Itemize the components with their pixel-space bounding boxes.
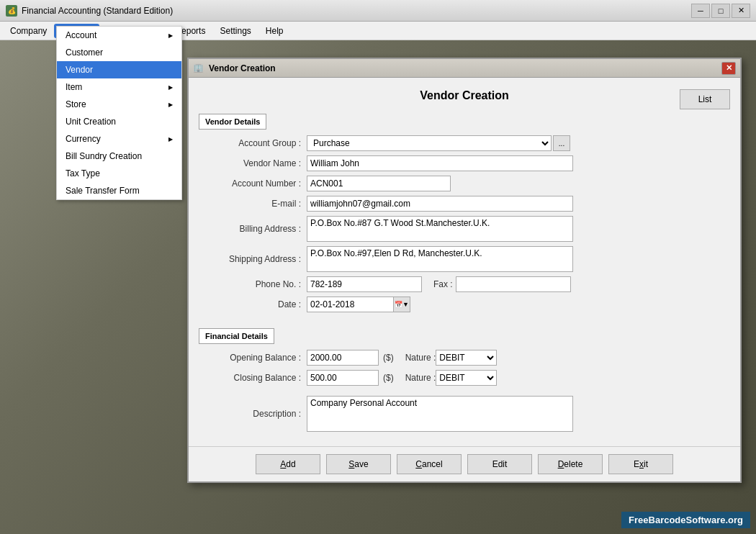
closing-nature-select[interactable]: DEBIT CREDIT [436, 370, 497, 386]
phone-fax-row: Phone No. : Fax : [199, 276, 730, 292]
menu-vendor[interactable]: Vendor [57, 61, 181, 78]
dialog-content: Vendor Creation List Vendor Details Acco… [189, 78, 740, 446]
closing-balance-row: Closing Balance : ($) Nature : DEBIT CRE… [199, 370, 730, 386]
watermark: FreeBarcodeSoftware.org [621, 512, 750, 528]
account-group-browse[interactable]: ... [553, 135, 570, 151]
arrow-icon-store: ▶ [168, 101, 173, 108]
closing-balance-label: Closing Balance : [206, 373, 307, 383]
vendor-name-input[interactable] [307, 155, 573, 171]
financial-details-label: Financial Details [199, 328, 274, 344]
account-group-container: Purchase ... [307, 135, 570, 151]
menu-settings[interactable]: Settings [212, 24, 258, 38]
maximize-button[interactable]: □ [711, 4, 730, 18]
menu-currency[interactable]: Currency ▶ [57, 130, 181, 148]
phone-label: Phone No. : [206, 279, 307, 289]
list-button[interactable]: List [680, 89, 730, 109]
date-input[interactable] [307, 297, 393, 312]
email-label: E-mail : [206, 199, 307, 209]
masters-dropdown: Account ▶ Customer Vendor Item ▶ Store ▶… [56, 26, 182, 200]
menu-store[interactable]: Store ▶ [57, 96, 181, 113]
account-number-row: Account Number : [199, 176, 730, 191]
arrow-icon-item: ▶ [168, 84, 173, 91]
description-input[interactable]: Company Personal Account [307, 396, 573, 432]
opening-currency: ($) [383, 353, 394, 363]
menu-sale-transfer[interactable]: Sale Transfer Form [57, 182, 181, 199]
date-row: Date : 📅▼ [199, 297, 730, 312]
save-button[interactable]: Save [326, 454, 391, 474]
account-group-label: Account Group : [206, 138, 307, 148]
opening-balance-label: Opening Balance : [206, 353, 307, 363]
dialog-title: Vendor Creation [209, 63, 721, 73]
email-input[interactable] [307, 196, 573, 212]
vendor-name-row: Vendor Name : [199, 155, 730, 171]
vendor-details-label: Vendor Details [199, 114, 266, 130]
menu-tax-type[interactable]: Tax Type [57, 165, 181, 182]
billing-address-row: Billing Address : P.O.Box No.#87 G.T Woo… [199, 216, 730, 242]
exit-button[interactable]: Exit [608, 454, 673, 474]
closing-nature-label: Nature : [405, 373, 436, 383]
opening-nature-label: Nature : [405, 353, 436, 363]
menu-company[interactable]: Company [3, 24, 54, 38]
description-row: Description : Company Personal Account [199, 396, 730, 432]
closing-balance-input[interactable] [307, 370, 379, 386]
menu-unit-creation[interactable]: Unit Creation [57, 113, 181, 130]
closing-currency: ($) [383, 373, 394, 383]
dialog-close-button[interactable]: ✕ [721, 62, 736, 75]
shipping-address-input[interactable]: P.O.Box No.#97,Elen D Rd, Manchester.U.K… [307, 246, 573, 272]
opening-balance-input[interactable] [307, 350, 379, 366]
menu-help[interactable]: Help [258, 24, 291, 38]
financial-details-section: Financial Details Opening Balance : ($) … [199, 325, 730, 439]
menu-account[interactable]: Account ▶ [57, 27, 181, 44]
arrow-icon: ▶ [168, 32, 173, 39]
description-label: Description : [206, 409, 307, 419]
dialog-icon: 🏢 [193, 63, 204, 74]
app-title: Financial Accounting (Standard Edition) [22, 6, 691, 16]
date-container: 📅▼ [307, 297, 410, 312]
balance-separator [199, 390, 730, 396]
fax-label: Fax : [433, 279, 453, 289]
dialog-footer: Add Save Cancel Edit Delete Exit [189, 446, 740, 481]
shipping-address-row: Shipping Address : P.O.Box No.#97,Elen D… [199, 246, 730, 272]
billing-address-input[interactable]: P.O.Box No.#87 G.T Wood St.Manchester.U.… [307, 216, 573, 242]
fax-input[interactable] [456, 276, 571, 292]
add-button[interactable]: Add [256, 454, 320, 474]
edit-button[interactable]: Edit [467, 454, 532, 474]
title-bar: 💰 Financial Accounting (Standard Edition… [0, 0, 756, 22]
account-number-label: Account Number : [206, 178, 307, 189]
opening-balance-row: Opening Balance : ($) Nature : DEBIT CRE… [199, 350, 730, 366]
account-group-select[interactable]: Purchase [307, 135, 552, 151]
minimize-button[interactable]: ─ [691, 4, 710, 18]
cancel-button[interactable]: Cancel [397, 454, 462, 474]
arrow-icon-currency: ▶ [168, 136, 173, 142]
shipping-address-label: Shipping Address : [206, 254, 307, 264]
vendor-creation-dialog: 🏢 Vendor Creation ✕ Vendor Creation List… [187, 58, 742, 483]
phone-input[interactable] [307, 276, 422, 292]
account-group-row: Account Group : Purchase ... [199, 135, 730, 151]
menu-bill-sundry[interactable]: Bill Sundry Creation [57, 148, 181, 165]
list-btn-container: List [680, 89, 730, 109]
dialog-title-bar: 🏢 Vendor Creation ✕ [189, 59, 740, 78]
account-number-input[interactable] [307, 176, 451, 191]
content-wrapper: Vendor Creation List Vendor Details Acco… [199, 89, 730, 439]
date-label: Date : [206, 299, 307, 309]
delete-button[interactable]: Delete [538, 454, 603, 474]
menu-item[interactable]: Item ▶ [57, 78, 181, 96]
close-button[interactable]: ✕ [732, 4, 750, 18]
section-separator [199, 320, 730, 325]
email-row: E-mail : [199, 196, 730, 212]
billing-address-label: Billing Address : [206, 224, 307, 234]
menu-customer[interactable]: Customer [57, 44, 181, 61]
dialog-heading: Vendor Creation [199, 89, 730, 102]
app-icon: 💰 [6, 5, 17, 17]
date-picker-button[interactable]: 📅▼ [393, 297, 410, 312]
vendor-name-label: Vendor Name : [206, 158, 307, 168]
vendor-details-section: Vendor Details Account Group : Purchase … [199, 111, 730, 320]
opening-nature-select[interactable]: DEBIT CREDIT [436, 350, 497, 366]
window-controls: ─ □ ✕ [691, 4, 750, 18]
